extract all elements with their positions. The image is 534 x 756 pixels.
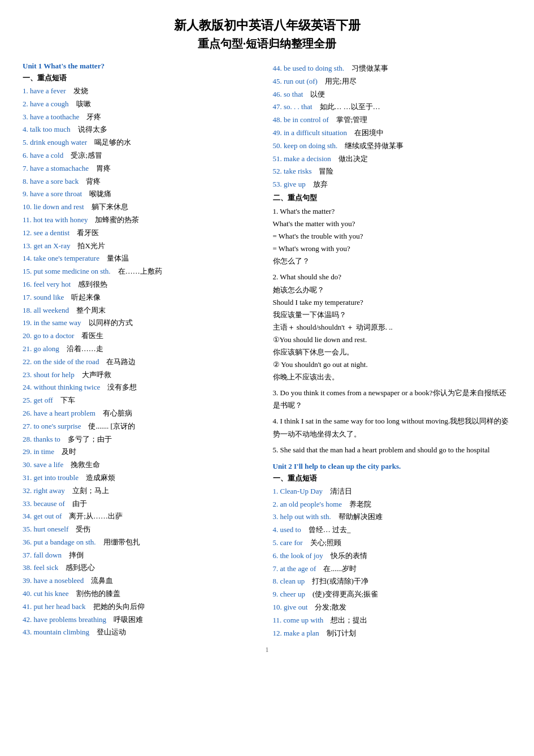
list-item: 19. in the same way 以同样的方式: [23, 317, 262, 329]
unit2-block: Unit 2 I'll help to clean up the city pa…: [273, 462, 512, 640]
list-item: 52. take risks 冒险: [273, 166, 512, 178]
list-item: 29. in time 及时: [23, 446, 262, 458]
list-item: 53. give up 放弃: [273, 179, 512, 191]
unit1-section2-title: 二、重点句型: [273, 193, 512, 203]
list-item: 4. used to 曾经… 过去_: [273, 524, 512, 536]
list-item: 7. at the age of 在......岁时: [273, 563, 512, 575]
sentence-line: 我应该量一下体温吗？: [273, 309, 512, 321]
sentence-line: = What's the trouble with you?: [273, 230, 512, 243]
list-item: 6. have a cold 受凉;感冒: [23, 150, 262, 162]
sentence-line: ①You should lie down and rest.: [273, 334, 512, 346]
sentence-line: Should I take my temperature?: [273, 296, 512, 309]
list-item: 4. talk too much 说得太多: [23, 124, 262, 136]
list-item: 10. give out 分发;散发: [273, 602, 512, 614]
sentence-block: 3. Do you think it comes from a newspape…: [273, 387, 512, 412]
unit2-title: Unit 2 I'll help to clean up the city pa…: [273, 462, 512, 471]
list-item: 18. all weekend 整个周末: [23, 305, 262, 317]
unit2-section1-title: 一、重点短语: [273, 473, 512, 483]
page-number: 1: [23, 646, 511, 654]
sentence-line: 5. She said that the man had a heart pro…: [273, 444, 512, 456]
right-phrases-list: 44. be used to doing sth. 习惯做某事45. run o…: [273, 63, 512, 191]
list-item: 41. put her head back 把她的头向后仰: [23, 601, 262, 613]
list-item: 26. have a heart problem 有心脏病: [23, 408, 262, 420]
list-item: 9. cheer up (使)变得更高兴;振雀: [273, 589, 512, 601]
list-item: 1. Clean-Up Day 清洁日: [273, 486, 512, 498]
list-item: 9. have a sore throat 喉咙痛: [23, 188, 262, 200]
list-item: 8. have a sore back 背疼: [23, 176, 262, 188]
list-item: 15. put some medicine on sth. 在……上敷药: [23, 266, 262, 278]
list-item: 31. get into trouble 造成麻烦: [23, 472, 262, 484]
sentence-line: 主语＋ should/shouldn't ＋ 动词原形. ..: [273, 321, 512, 334]
unit1-phrases-list: 1. have a fever 发烧2. have a cough 咳嗽3. h…: [23, 85, 262, 638]
list-item: 39. have a nosebleed 流鼻血: [23, 575, 262, 587]
right-column: 44. be used to doing sth. 习惯做某事45. run o…: [273, 62, 512, 640]
list-item: 13. get an X-ray 拍X光片: [23, 240, 262, 252]
list-item: 2. an old people's home 养老院: [273, 499, 512, 511]
sentence-block: 4. I think I sat in the same way for too…: [273, 415, 512, 440]
list-item: 37. fall down 摔倒: [23, 550, 262, 561]
list-item: 46. so that 以便: [273, 89, 512, 101]
sentence-line: 你怎么了？: [273, 255, 512, 267]
list-item: 14. take one's temperature 量体温: [23, 253, 262, 265]
list-item: 11. come up with 想出；提出: [273, 615, 512, 627]
sentence-line: 1. What's the matter?: [273, 205, 512, 218]
sentence-line: 4. I think I sat in the same way for too…: [273, 415, 512, 440]
unit1-section1-title: 一、重点短语: [23, 73, 262, 83]
sentence-line: ② You shouldn't go out at night.: [273, 358, 512, 371]
list-item: 5. care for 关心;照顾: [273, 537, 512, 549]
list-item: 12. make a plan 制订计划: [273, 628, 512, 640]
sentence-block: 2. What should she do?她该怎么办呢？Should I ta…: [273, 271, 512, 383]
list-item: 5. drink enough water 喝足够的水: [23, 137, 262, 149]
list-item: 8. clean up 打扫(或清除)干净: [273, 576, 512, 587]
list-item: 47. so. . . that 如此… …以至于…: [273, 101, 512, 113]
sentence-line: 你晚上不应该出去。: [273, 371, 512, 383]
page-title: 新人教版初中英语八年级英语下册 重点句型·短语归纳整理全册: [23, 17, 511, 51]
list-item: 23. shout for help 大声呼救: [23, 369, 262, 381]
sentence-block: 5. She said that the man had a heart pro…: [273, 444, 512, 456]
unit2-phrases-list: 1. Clean-Up Day 清洁日2. an old people's ho…: [273, 486, 512, 640]
list-item: 21. go along 沿着……走: [23, 343, 262, 355]
list-item: 10. lie down and rest 躺下来休息: [23, 201, 262, 213]
list-item: 3. help out with sth. 帮助解决困难: [273, 511, 512, 523]
list-item: 42. have problems breathing 呼吸困难: [23, 614, 262, 626]
list-item: 22. on the side of the road 在马路边: [23, 356, 262, 368]
list-item: 17. sound like 听起来像: [23, 292, 262, 304]
list-item: 25. get off 下车: [23, 395, 262, 407]
list-item: 28. thanks to 多亏了；由于: [23, 434, 262, 446]
list-item: 49. in a difficult situation 在困境中: [273, 127, 512, 139]
list-item: 36. put a bandage on sth. 用绷带包扎: [23, 537, 262, 548]
sentence-block: 1. What's the matter?What's the matter w…: [273, 205, 512, 267]
list-item: 2. have a cough 咳嗽: [23, 98, 262, 110]
list-item: 12. see a dentist 看牙医: [23, 227, 262, 239]
sentence-line: 她该怎么办呢？: [273, 284, 512, 296]
sentence-line: What's the matter with you?: [273, 218, 512, 230]
list-item: 48. be in control of 掌管;管理: [273, 114, 512, 126]
left-column: Unit 1 What's the matter? 一、重点短语 1. have…: [23, 62, 262, 640]
list-item: 33. because of 由于: [23, 498, 262, 510]
list-item: 6. the look of joy 快乐的表情: [273, 550, 512, 562]
sentence-line: 2. What should she do?: [273, 271, 512, 283]
list-item: 50. keep on doing sth. 继续或坚持做某事: [273, 140, 512, 152]
list-item: 51. make a decision 做出决定: [273, 153, 512, 165]
list-item: 40. cut his knee 割伤他的膝盖: [23, 588, 262, 600]
list-item: 20. go to a doctor 看医生: [23, 330, 262, 342]
list-item: 3. have a toothache 牙疼: [23, 111, 262, 123]
list-item: 35. hurt oneself 受伤: [23, 524, 262, 535]
list-item: 38. feel sick 感到恶心: [23, 562, 262, 574]
list-item: 27. to one's surprise 使....... [京讶的: [23, 421, 262, 433]
list-item: 32. right away 立刻；马上: [23, 485, 262, 497]
sentence-line: 你应该躺下休息一会儿。: [273, 346, 512, 358]
list-item: 16. feel very hot 感到很热: [23, 279, 262, 291]
unit1-title: Unit 1 What's the matter?: [23, 62, 262, 71]
list-item: 30. save a life 挽救生命: [23, 459, 262, 471]
unit1-sentences-list: 1. What's the matter?What's the matter w…: [273, 205, 512, 456]
list-item: 43. mountain climbing 登山运动: [23, 627, 262, 638]
list-item: 24. without thinking twice 没有多想: [23, 382, 262, 394]
list-item: 11. hot tea with honey 加蜂蜜的热茶: [23, 214, 262, 226]
list-item: 45. run out (of) 用完;用尽: [273, 76, 512, 88]
list-item: 7. have a stomachache 胃疼: [23, 163, 262, 175]
sentence-line: 3. Do you think it comes from a newspape…: [273, 387, 512, 412]
sentence-line: = What's wrong with you?: [273, 243, 512, 255]
list-item: 44. be used to doing sth. 习惯做某事: [273, 63, 512, 75]
list-item: 1. have a fever 发烧: [23, 85, 262, 97]
